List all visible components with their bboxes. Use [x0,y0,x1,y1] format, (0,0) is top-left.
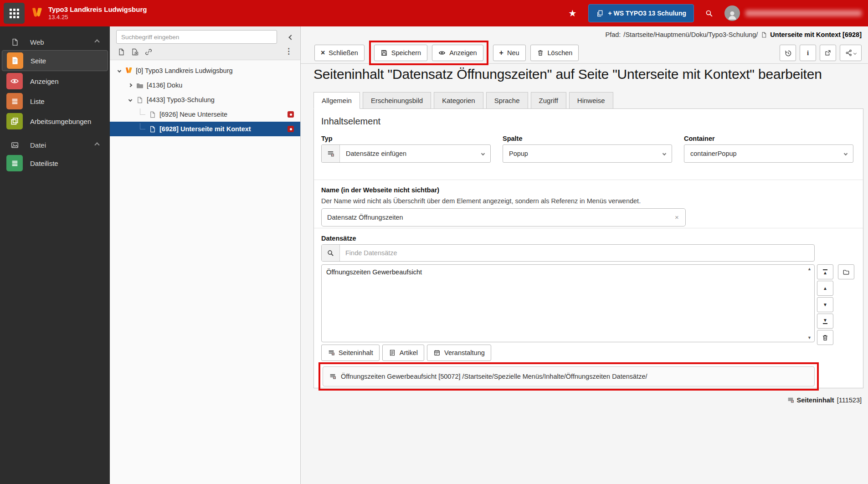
add-record-buttons: Seiteninhalt Artikel Veranstaltung [321,345,491,361]
spalte-select[interactable]: Popup [503,144,672,163]
tab-hinweise[interactable]: Hinweise [569,92,613,109]
section-heading: Inhaltselement [321,116,380,127]
scroll-up-icon[interactable]: ▲ [807,267,812,271]
move-to-top-button[interactable]: ▲ [817,264,833,279]
doc-header-tools: i [780,45,862,61]
page-tree-toolbar: ⋮ [110,26,300,60]
module-menu: Web Seite Anzeigen Liste Arbeitsumgebung… [0,26,110,484]
record-sort-controls: ▲ ▲ ▼ ▼ [817,264,833,345]
view-button[interactable]: Anzeigen [432,45,483,61]
page-icon [149,111,156,118]
link-icon[interactable] [144,48,153,56]
move-up-button[interactable]: ▲ [817,281,833,296]
module-grid-button[interactable] [4,3,25,24]
chevron-down-icon[interactable] [117,69,122,72]
save-button[interactable]: Speichern [374,45,427,61]
tab-zugriff[interactable]: Zugriff [531,92,566,109]
site-title: Typo3 Landkreis Ludwigsburg [48,5,147,14]
doc-header: Pfad: /Startseite/Hauptmenü/Doku/Typo3-S… [301,26,868,64]
section-divider [314,180,863,180]
add-artikel-button[interactable]: Artikel [382,345,424,361]
sidebar-item-arbeitsumgebungen[interactable]: Arbeitsumgebungen [0,111,110,131]
top-bar: Typo3 Landkreis Ludwigsburg 13.4.25 ★ + … [0,0,868,26]
clear-input-icon[interactable]: × [675,213,679,221]
typ-label: Typ [321,135,333,142]
insert-records-icon [322,145,340,162]
sidebar-item-anzeigen[interactable]: Anzeigen [0,71,110,91]
close-button[interactable]: × Schließen [314,45,365,61]
module-group-datei[interactable]: Datei [0,137,110,153]
browse-records-button[interactable] [838,264,854,279]
tree-menu-dots-icon[interactable]: ⋮ [285,46,293,56]
tree-node-typo3-schulung[interactable]: [4433] Typo3-Schulung [110,93,300,107]
record-icon [329,373,336,380]
path-value: /Startseite/Hauptmenü/Doku/Typo3-Schulun… [623,31,758,38]
name-input[interactable] [321,208,686,227]
container-select[interactable]: containerPopup [684,144,853,163]
history-button[interactable] [780,45,796,61]
web-doc-icon [6,38,23,46]
name-label: Name (in der Webseite nicht sichtbar) [321,186,439,194]
share-icon [845,49,853,57]
folder-icon [136,82,144,89]
module-group-web[interactable]: Web [0,34,110,50]
record-reference-row[interactable]: Öffnungszeiten Gewerbeaufsicht [50072] /… [323,366,815,386]
sidebar-item-seite[interactable]: Seite [2,50,108,71]
typo3-site-icon [125,67,133,75]
info-button[interactable]: i [800,45,816,61]
tree-node-root[interactable]: [0] Typo3 Landkreis Ludwigsburg [110,63,300,78]
tree-node-unterseite-mit-kontext[interactable]: [6928] Unterseite mit Kontext [110,122,300,136]
move-down-button[interactable]: ▼ [817,297,833,312]
new-page-icon[interactable] [117,48,125,56]
list-icon [6,93,23,109]
typ-select[interactable]: Datensätze einfügen [321,144,491,163]
page-tree-panel: ⋮ [0] Typo3 Landkreis Ludwigsburg [4136]… [110,26,301,484]
user-avatar[interactable] [724,5,740,21]
collapse-tree-icon[interactable] [288,35,293,40]
add-seiteninhalt-button[interactable]: Seiteninhalt [321,345,380,361]
list-item[interactable]: Öffnungszeiten Gewerbeaufsicht [322,265,814,279]
tree-search-input[interactable] [116,30,277,44]
tab-sprache[interactable]: Sprache [486,92,528,109]
calendar-icon [433,349,441,356]
share-button[interactable] [840,45,862,61]
move-to-bottom-button[interactable]: ▼ [817,314,833,329]
remove-record-button[interactable] [817,330,833,345]
section-divider [314,228,863,228]
footer-record-type: Seiteninhalt [797,396,834,404]
plus-icon: + [499,49,503,57]
sidebar-item-liste[interactable]: Liste [0,91,110,111]
bookmark-star-icon[interactable]: ★ [569,8,577,19]
site-branding: Typo3 Landkreis Ludwigsburg 13.4.25 [48,5,147,21]
chevron-right-icon[interactable] [128,84,133,87]
tab-kategorien[interactable]: Kategorien [434,92,483,109]
sidebar-item-dateiliste[interactable]: Dateiliste [0,153,110,173]
add-veranstaltung-button[interactable]: Veranstaltung [427,345,491,361]
selected-records-listbox[interactable]: Öffnungszeiten Gewerbeaufsicht ▲ ▼ [321,264,815,342]
tab-erscheinungsbild[interactable]: Erscheinungsbild [363,92,431,109]
chevron-down-icon[interactable] [128,98,133,101]
tree-connector [140,123,145,129]
chevron-down-icon [663,152,666,155]
tree-node-neue-unterseite[interactable]: [6926] Neue Unterseite [110,107,300,122]
tree-node-doku[interactable]: [4136] Doku [110,78,300,93]
trash-icon [822,334,829,341]
user-name-redacted[interactable] [745,10,862,16]
scroll-down-icon[interactable]: ▼ [807,335,812,340]
chevron-down-icon [844,152,847,155]
workspace-button[interactable]: + WS TYPO3 13 Schulung [588,4,694,22]
form-panel: Inhaltselement Typ Spalte Container Date… [313,108,863,388]
article-icon [389,349,396,356]
path-label: Pfad: [606,31,621,38]
eye-icon [438,49,446,57]
open-in-new-button[interactable] [820,45,836,61]
record-search-input[interactable] [340,249,814,257]
search-icon[interactable] [705,9,714,18]
chevron-down-icon [853,51,857,54]
history-icon [784,49,792,57]
record-search [321,244,815,262]
new-page-drag-icon[interactable] [131,48,139,56]
delete-button[interactable]: Löschen [530,45,579,61]
tab-allgemein[interactable]: Allgemein [313,92,360,109]
new-button[interactable]: + Neu [493,45,526,61]
